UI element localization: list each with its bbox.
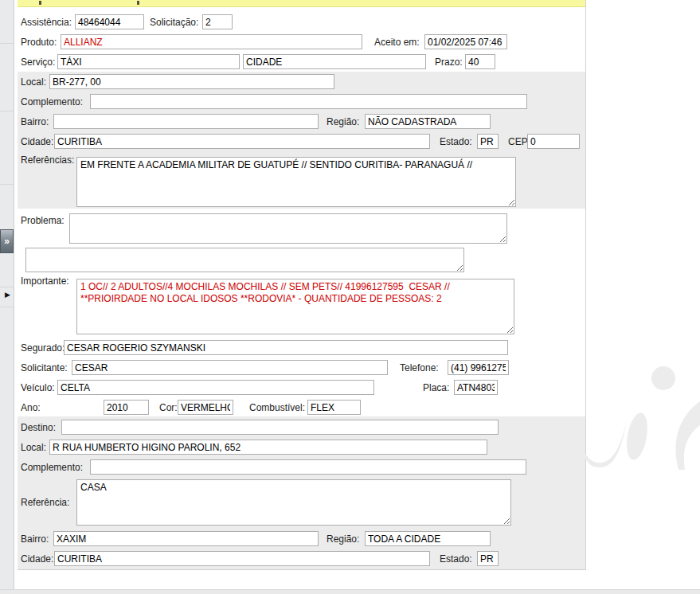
- cor-label: Cor:: [159, 402, 178, 413]
- produto-input[interactable]: [61, 34, 362, 49]
- importante-textarea[interactable]: 1 OC// 2 ADULTOS//4 MOCHILAS MOCHILAS //…: [76, 279, 514, 334]
- destino-complemento-input[interactable]: [90, 459, 526, 475]
- solicitacao-label: Solicitação:: [150, 17, 198, 28]
- origem-estado-label: Estado:: [440, 136, 472, 147]
- placa-input[interactable]: [454, 380, 498, 395]
- servico-tipo-input[interactable]: [243, 54, 426, 69]
- telefone-label: Telefone:: [400, 362, 439, 373]
- solicitante-input[interactable]: [72, 360, 388, 375]
- referencias-textarea[interactable]: EM FRENTE A ACADEMIA MILITAR DE GUATUPÉ …: [76, 157, 516, 207]
- assistance-form-screen: » ▶ Assistência: Solicitação: Produto: A…: [0, 0, 700, 594]
- solicitante-label: Solicitante:: [21, 362, 68, 373]
- destino-estado-label: Estado:: [440, 553, 472, 565]
- ano-input[interactable]: [104, 400, 149, 415]
- cutoff-text-mark: [39, 1, 41, 5]
- problema-textarea[interactable]: [69, 213, 507, 244]
- servico-label: Serviço:: [21, 57, 55, 68]
- origem-complemento-input[interactable]: [90, 94, 527, 109]
- destino-cidade-input[interactable]: [54, 551, 430, 566]
- telefone-input[interactable]: [448, 360, 509, 375]
- destino-input[interactable]: [61, 420, 499, 435]
- veiculo-input[interactable]: [57, 380, 374, 395]
- destino-label: Destino:: [21, 422, 56, 433]
- destino-local-label: Local:: [21, 442, 46, 453]
- segurado-label: Segurado:: [21, 342, 65, 354]
- segurado-input[interactable]: [64, 340, 508, 355]
- sidebar-arrow-icon[interactable]: ▶: [5, 291, 10, 299]
- destino-bairro-label: Bairro:: [21, 533, 49, 545]
- aceito-em-label: Aceito em:: [374, 37, 420, 48]
- assistencia-input[interactable]: [75, 14, 144, 29]
- assistencia-label: Assistência:: [21, 17, 72, 28]
- observacao-textarea[interactable]: [25, 248, 464, 272]
- origem-bairro-input[interactable]: [53, 114, 319, 129]
- destino-cidade-label: Cidade:: [21, 553, 53, 565]
- sidebar-divider: [0, 184, 14, 185]
- referencias-label: Referências:: [21, 154, 74, 166]
- origem-regiao-input[interactable]: [365, 114, 491, 129]
- servico-input[interactable]: [57, 54, 240, 69]
- panel-border: [18, 569, 586, 570]
- origem-cep-input[interactable]: [527, 134, 580, 149]
- produto-label: Produto:: [21, 37, 57, 48]
- origem-bairro-label: Bairro:: [21, 116, 49, 127]
- destino-referencia-textarea[interactable]: CASA: [76, 479, 511, 526]
- ano-label: Ano:: [21, 402, 41, 413]
- veiculo-label: Veículo:: [21, 382, 55, 393]
- origem-local-input[interactable]: [49, 74, 334, 89]
- origem-local-label: Local:: [21, 76, 46, 88]
- cor-input[interactable]: [178, 400, 233, 415]
- aceito-em-input[interactable]: [424, 34, 507, 49]
- destino-bairro-input[interactable]: [53, 531, 319, 546]
- destino-complemento-label: Complemento:: [21, 462, 83, 473]
- destino-local-input[interactable]: [49, 440, 487, 455]
- combustivel-label: Combustível:: [249, 402, 305, 413]
- bottom-scrollbar-track[interactable]: [0, 589, 700, 594]
- prazo-label: Prazo:: [435, 57, 463, 68]
- sidebar-divider: [0, 307, 14, 307]
- highlighted-row-cutoff[interactable]: [18, 0, 585, 7]
- origem-complemento-label: Complemento:: [21, 96, 83, 107]
- destino-regiao-input[interactable]: [365, 531, 491, 546]
- problema-label: Problema:: [21, 215, 65, 226]
- destino-regiao-label: Região:: [327, 533, 359, 545]
- sidebar-divider: [0, 43, 14, 44]
- sidebar-divider: [0, 287, 14, 287]
- solicitacao-input[interactable]: [202, 14, 233, 29]
- double-chevron-right-icon: »: [4, 236, 10, 247]
- sidebar-divider: [0, 111, 14, 111]
- origem-estado-input[interactable]: [477, 134, 499, 149]
- origem-regiao-label: Região:: [327, 116, 359, 127]
- combustivel-input[interactable]: [307, 400, 361, 415]
- brand-watermark-logo: [549, 350, 700, 486]
- prazo-input[interactable]: [465, 54, 495, 69]
- placa-label: Placa:: [423, 382, 449, 393]
- destino-estado-input[interactable]: [477, 551, 499, 566]
- origem-cidade-label: Cidade:: [21, 136, 53, 147]
- origem-cidade-input[interactable]: [54, 134, 430, 149]
- cutoff-text-mark: [137, 1, 139, 5]
- sidebar-expand-button[interactable]: »: [0, 229, 14, 253]
- destino-referencia-label: Referência:: [21, 497, 69, 508]
- importante-label: Importante:: [21, 276, 69, 287]
